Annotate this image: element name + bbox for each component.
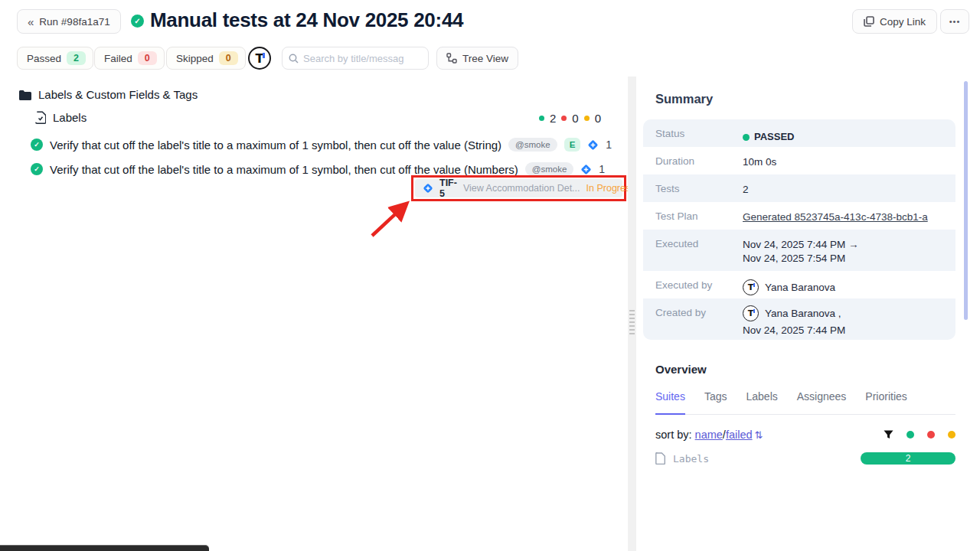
sort-by-label: sort by:	[655, 429, 692, 441]
header: « Run #98fa1a71 ✓ Manual tests at 24 Nov…	[0, 0, 980, 43]
suite-skipped-count: 0	[595, 112, 601, 125]
summary-test-plan-row: Test Plan Generated 8523745a-413c-4738-b…	[643, 202, 956, 230]
user-avatar: T	[743, 305, 759, 321]
tree-view-label: Tree View	[462, 53, 508, 64]
duration-value: 10m 0s	[743, 147, 956, 174]
sort-by-failed-link[interactable]: failed	[726, 429, 753, 441]
overview-suite-row[interactable]: Labels 2	[655, 452, 956, 465]
tab-labels[interactable]: Labels	[746, 390, 778, 415]
jira-issue-icon[interactable]	[587, 139, 599, 151]
skipped-dot-icon	[584, 116, 590, 121]
tab-tags[interactable]: Tags	[704, 390, 727, 415]
filter-skipped-label: Skipped	[176, 53, 214, 64]
failed-count-badge: 0	[138, 51, 157, 65]
run-passed-check-icon: ✓	[131, 15, 144, 28]
search-input[interactable]	[303, 53, 418, 64]
ellipsis-icon: •••	[949, 17, 961, 26]
passed-count-badge: 2	[67, 51, 86, 65]
tree-view-icon	[446, 53, 457, 64]
test-plan-label: Test Plan	[643, 202, 743, 230]
more-actions-button[interactable]: •••	[940, 9, 969, 34]
tag-badge[interactable]: @smoke	[525, 162, 574, 176]
funnel-filter-icon[interactable]	[884, 430, 893, 439]
sort-controls: sort by: name / failed ⇅	[655, 429, 956, 441]
suite-passed-count: 2	[550, 112, 556, 125]
test-row[interactable]: ✓ Verify that cut off the label's title …	[31, 162, 616, 176]
summary-status-row: Status PASSED	[643, 119, 956, 147]
issue-count: 1	[606, 139, 612, 151]
issue-title: View Accommodation Det...	[463, 183, 580, 194]
passed-dot-icon	[906, 431, 914, 439]
skipped-dot-icon	[948, 431, 956, 439]
folder-row[interactable]: Labels & Custom Fields & Tags	[18, 88, 198, 101]
test-run-page: « Run #98fa1a71 ✓ Manual tests at 24 Nov…	[0, 0, 980, 551]
back-to-run-button[interactable]: « Run #98fa1a71	[17, 9, 121, 34]
filter-passed-button[interactable]: Passed 2	[17, 47, 93, 70]
test-title: Verify that cut off the label's title to…	[50, 163, 518, 176]
test-row[interactable]: ✓ Verify that cut off the label's title …	[31, 138, 616, 152]
executed-label: Executed	[643, 230, 743, 271]
executed-start: Nov 24, 2025 7:44 PM →	[743, 238, 956, 252]
tab-assignees[interactable]: Assignees	[797, 390, 847, 415]
created-by-label: Created by	[643, 298, 743, 340]
duration-label: Duration	[643, 147, 743, 174]
folder-icon	[18, 90, 31, 100]
back-chevrons-icon: «	[28, 15, 34, 28]
passed-progress-bar[interactable]: 2	[861, 452, 956, 465]
summary-sidebar: Summary Status PASSED Duration 10m 0s Te…	[636, 77, 968, 551]
suite-row[interactable]: Labels	[35, 111, 87, 124]
test-plan-link[interactable]: Generated 8523745a-413c-4738-bcb1-a	[743, 211, 928, 223]
test-title: Verify that cut off the label's title to…	[50, 139, 501, 152]
avatar-accent	[263, 53, 265, 58]
pane-resizer-handle[interactable]	[628, 77, 636, 551]
sort-by-name-link[interactable]: name	[695, 429, 723, 441]
jira-issue-icon[interactable]	[580, 164, 592, 175]
issue-count: 1	[599, 163, 605, 175]
overview-suite-name: Labels	[673, 453, 709, 465]
env-badge[interactable]: E	[564, 138, 581, 152]
filter-failed-label: Failed	[104, 53, 132, 64]
bottom-overlay-bar	[0, 545, 209, 551]
user-avatar[interactable]: T	[248, 47, 271, 70]
failed-dot-icon	[927, 431, 935, 439]
sort-direction-icon[interactable]: ⇅	[755, 429, 763, 441]
status-dot-icon	[743, 134, 750, 141]
summary-created-by-row: Created by T Yana Baranova , Nov 24, 202…	[643, 298, 956, 340]
filter-skipped-button[interactable]: Skipped 0	[166, 47, 246, 70]
executed-by-label: Executed by	[643, 271, 743, 298]
passed-dot-icon	[539, 116, 544, 121]
jira-issue-icon	[423, 183, 433, 194]
overview-heading: Overview	[655, 363, 707, 376]
annotation-highlight-box: TIF-5 View Accommodation Det... In Progr…	[411, 175, 626, 201]
overview-tabs: Suites Tags Labels Assignees Priorities	[655, 390, 956, 415]
file-icon	[655, 452, 665, 465]
test-passed-check-icon: ✓	[31, 139, 43, 151]
skipped-count-badge: 0	[219, 51, 238, 65]
search-box	[282, 47, 429, 70]
created-at-value: Nov 24, 2025 7:44 PM	[743, 324, 956, 337]
tag-badge[interactable]: @smoke	[508, 138, 557, 152]
executed-by-value: Yana Baranova	[765, 281, 835, 295]
tree-view-button[interactable]: Tree View	[436, 47, 518, 70]
tests-value: 2	[743, 174, 956, 202]
tab-priorities[interactable]: Priorities	[865, 390, 906, 415]
suite-name: Labels	[53, 111, 87, 124]
executed-end: Nov 24, 2025 7:54 PM	[743, 252, 956, 266]
copy-link-button[interactable]: Copy Link	[852, 9, 937, 34]
summary-executed-row: Executed Nov 24, 2025 7:44 PM → Nov 24, …	[643, 230, 956, 271]
folder-name: Labels & Custom Fields & Tags	[38, 88, 198, 101]
created-by-value: Yana Baranova ,	[765, 307, 841, 321]
sidebar-scrollbar[interactable]	[964, 81, 968, 320]
user-avatar: T	[743, 279, 759, 295]
copy-icon	[864, 16, 874, 27]
tests-label: Tests	[643, 174, 743, 202]
linked-issue-popover[interactable]: TIF-5 View Accommodation Det... In Progr…	[415, 179, 622, 197]
page-title: Manual tests at 24 Nov 2025 20:44	[150, 8, 463, 32]
suite-counts: 2 0 0	[539, 112, 601, 125]
issue-key[interactable]: TIF-5	[439, 178, 457, 199]
status-value: PASSED	[754, 130, 795, 144]
filter-failed-button[interactable]: Failed 0	[94, 47, 165, 70]
suite-failed-count: 0	[572, 112, 578, 125]
back-button-label: Run #98fa1a71	[39, 16, 109, 28]
tab-suites[interactable]: Suites	[655, 390, 685, 415]
